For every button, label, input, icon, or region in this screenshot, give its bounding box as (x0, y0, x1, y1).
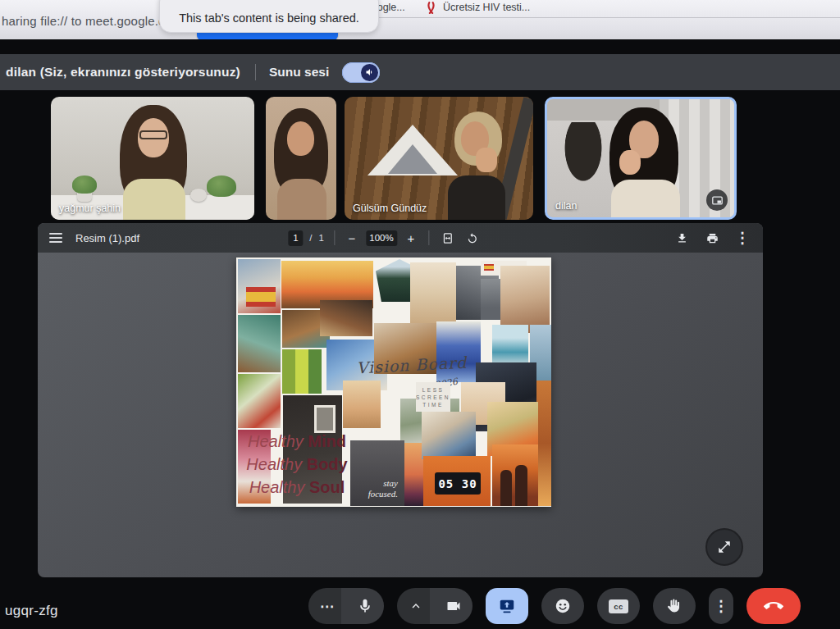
pip-icon[interactable] (706, 189, 728, 211)
share-toast: This tab's content is being shared. (159, 0, 379, 33)
present-screen-icon (498, 597, 516, 615)
stay-line: focused. (368, 489, 398, 499)
decor-plant (72, 175, 97, 194)
collage-photo (481, 279, 500, 320)
zoom-level[interactable]: 100% (366, 230, 397, 246)
collage-photo-anatomy (410, 262, 456, 325)
collage-photo-hands (500, 266, 550, 333)
decor-clothes-rack (562, 122, 605, 186)
mic-control-group: ⋯ (308, 588, 384, 624)
participant-name: yağmur şahin (59, 203, 121, 214)
emoji-icon (554, 597, 572, 615)
end-call-icon (764, 596, 783, 616)
camera-icon (445, 598, 462, 614)
pdf-toolbar: Resim (1).pdf 1 / 1 − 100% + (38, 223, 763, 253)
captions-button[interactable]: cc (597, 588, 640, 624)
rotate-icon[interactable] (463, 229, 482, 247)
meet-window: dilan (Siz, ekranınızı gösteriyorsunuz) … (0, 39, 840, 629)
menu-icon[interactable] (49, 233, 62, 243)
browser-tab-hiv[interactable]: Ücretsiz HIV testi... (443, 2, 530, 13)
emoji-button[interactable] (541, 588, 584, 624)
presenter-status-text: dilan (Siz, ekranınızı gösteriyorsunuz) (6, 65, 240, 80)
more-vertical-icon[interactable]: ⋮ (733, 229, 751, 247)
collage-photo-drums (320, 300, 372, 336)
browser-bar: haring file:// to meet.google.c Google..… (0, 0, 840, 39)
screen: haring file:// to meet.google.c Google..… (0, 0, 840, 629)
raise-hand-button[interactable] (653, 588, 696, 624)
clock-display: 05 30 (435, 472, 481, 495)
healthy-text: Healthy Mind Healthy Body Healthy Soul (238, 430, 356, 499)
stay-focused-card: stay focused. (350, 440, 404, 506)
collage-photo-retro-tv: 05 30 (423, 456, 491, 506)
mic-button[interactable] (346, 588, 384, 624)
collage-photo-sunset-couple (492, 444, 538, 506)
decor-plant (207, 175, 236, 197)
vision-board-page: 05 30 Vision Board 2026 LESS SCREEN TIME… (236, 258, 551, 507)
print-icon[interactable] (703, 229, 721, 247)
tab-divider (354, 17, 840, 18)
control-bar: ⋯ (308, 588, 801, 624)
camera-button[interactable] (435, 588, 472, 624)
presentation-audio-toggle[interactable] (342, 62, 380, 83)
red-ribbon-icon (426, 2, 436, 14)
expand-icon[interactable] (705, 528, 743, 566)
zoom-in-button[interactable]: + (404, 231, 418, 245)
participant-video (433, 112, 515, 220)
zoom-out-button[interactable]: − (345, 231, 359, 245)
banner-divider (255, 64, 256, 80)
less-screen-time-card: LESS SCREEN TIME (416, 382, 450, 412)
camera-control-group (397, 588, 472, 624)
raise-hand-icon (666, 598, 682, 614)
participant-video (108, 103, 199, 220)
presentation-audio-label: Sunu sesi (269, 65, 329, 80)
participant-name: dilan (555, 200, 577, 212)
collage-photo (343, 381, 381, 428)
participant-tile-gulsum[interactable]: Gülsüm Gündüz (345, 97, 533, 220)
collage-photo-spain-flag (246, 287, 276, 307)
less-line: SCREEN (416, 394, 450, 400)
clock-time: 05 30 (438, 477, 477, 490)
participant-name: Gülsüm Gündüz (353, 203, 427, 214)
more-horizontal-icon[interactable]: ⋯ (308, 588, 346, 624)
less-line: LESS (422, 387, 445, 393)
collage-photo (238, 315, 281, 372)
fit-page-icon[interactable] (439, 229, 457, 247)
participant-video (601, 107, 692, 217)
captions-icon: cc (609, 599, 628, 613)
page-separator: / (309, 233, 312, 243)
participant-video (271, 108, 331, 220)
collage-photo (238, 374, 281, 428)
collage-photo-juices (282, 349, 322, 394)
collage-photo-airplane (422, 412, 476, 459)
share-toast-text: This tab's content is being shared. (179, 11, 359, 25)
presentation-area: Resim (1).pdf 1 / 1 − 100% + (38, 223, 763, 577)
mic-icon (357, 598, 373, 614)
participant-tile-yagmur[interactable]: yağmur şahin (51, 97, 254, 220)
participant-tile-dilan-self[interactable]: dilan (545, 97, 737, 220)
presenting-banner: dilan (Siz, ekranınızı gösteriyorsunuz) … (0, 54, 840, 90)
pdf-filename: Resim (1).pdf (75, 232, 139, 244)
participant-tile-2[interactable] (266, 97, 336, 220)
end-call-button[interactable] (746, 588, 801, 624)
meeting-code: ugqr-zfg (5, 603, 58, 619)
more-vertical-icon[interactable]: ⋮ (709, 588, 733, 624)
less-line: TIME (422, 402, 444, 408)
present-screen-button[interactable] (486, 588, 528, 624)
stay-line: stay (383, 478, 398, 489)
sharing-status-text: haring file:// to meet.google.c (2, 14, 165, 28)
download-icon[interactable] (673, 229, 691, 247)
chevron-up-icon[interactable] (397, 588, 435, 624)
collage-photo (536, 381, 551, 506)
volume-icon (361, 64, 378, 81)
collage-photo-nazar (436, 321, 481, 382)
page-total: 1 (319, 233, 324, 243)
page-current[interactable]: 1 (288, 230, 303, 246)
